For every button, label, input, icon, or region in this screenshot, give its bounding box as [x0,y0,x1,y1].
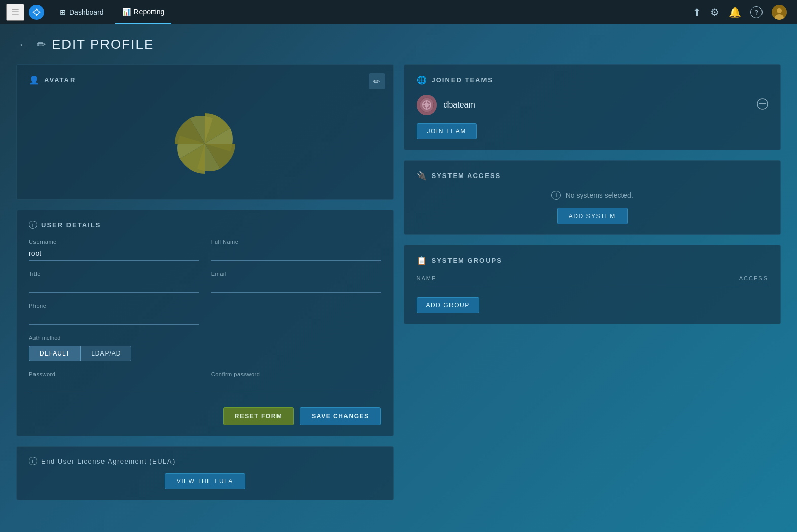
joined-teams-icon: 🌐 [417,75,428,85]
auth-ldap-button[interactable]: LDAP/AD [81,346,131,361]
main-grid: 👤 AVATAR ✏ [16,64,781,500]
password-label: Password [29,371,199,377]
groups-name-header: NAME [417,275,437,281]
title-input[interactable] [29,279,199,293]
user-avatar[interactable] [772,5,787,20]
left-column: 👤 AVATAR ✏ [16,64,394,500]
username-label: Username [29,239,199,245]
no-systems-text: No systems selected. [566,191,633,199]
system-access-icon: 🔌 [417,171,428,181]
joined-teams-label: JOINED TEAMS [432,76,494,84]
eula-section-label: End User License Agreement (EULA) [41,457,176,465]
nav-dashboard[interactable]: ⊞ Dashboard [53,0,111,24]
email-input[interactable] [211,279,381,293]
user-details-card: i USER DETAILS Username Full Name [16,210,394,436]
groups-table-header: NAME ACCESS [417,275,769,285]
svg-point-2 [777,8,782,13]
password-field: Password [29,371,199,393]
groups-access-header: ACCESS [739,275,768,281]
avatar-section-label: AVATAR [44,76,76,84]
system-access-label: SYSTEM ACCESS [432,172,501,180]
save-changes-button[interactable]: SAVE CHANGES [300,407,380,425]
joined-teams-card: 🌐 JOINED TEAMS [404,64,781,150]
auth-method-label: Auth method [29,335,381,341]
email-field: Email [211,271,381,293]
username-input[interactable] [29,247,199,261]
team-item: dbateam [417,95,769,115]
view-eula-button[interactable]: VIEW THE EULA [165,473,245,489]
user-details-label: USER DETAILS [41,221,101,229]
page-header: ← ✏ EDIT PROFILE [16,37,781,52]
add-group-button[interactable]: ADD GROUP [417,297,479,313]
avatar-image-area [29,93,381,189]
system-groups-card: 📋 SYSTEM GROUPS NAME ACCESS ADD GROUP [404,245,781,324]
email-label: Email [211,271,381,277]
page-content: ← ✏ EDIT PROFILE 👤 AVATAR ✏ [0,24,797,512]
eula-info-icon: i [29,457,37,465]
phone-input[interactable] [29,311,199,325]
reset-form-button[interactable]: RESET FORM [223,407,294,425]
password-form: Password Confirm password [29,371,381,403]
team-avatar [417,95,437,115]
auth-method-section: Auth method DEFAULT LDAP/AD [29,335,381,361]
add-system-button[interactable]: ADD SYSTEM [557,208,628,224]
auth-buttons-group: DEFAULT LDAP/AD [29,346,381,361]
join-team-button[interactable]: JOIN TEAM [417,123,477,139]
help-icon[interactable]: ? [750,6,763,18]
back-button[interactable]: ← [16,37,30,52]
title-label: Title [29,271,199,277]
avatar-edit-button[interactable]: ✏ [369,73,385,89]
system-groups-icon: 📋 [417,256,428,265]
team-remove-button[interactable] [757,98,768,112]
page-title: EDIT PROFILE [52,37,154,52]
app-logo[interactable] [28,4,45,20]
avatar-section-icon: 👤 [29,75,40,85]
right-column: 🌐 JOINED TEAMS [404,64,781,324]
no-systems-message: i No systems selected. [417,191,769,200]
auth-default-button[interactable]: DEFAULT [29,346,81,361]
confirm-password-field: Confirm password [211,371,381,393]
eula-card: i End User License Agreement (EULA) VIEW… [16,446,394,500]
system-access-card: 🔌 SYSTEM ACCESS i No systems selected. A… [404,160,781,235]
upload-icon[interactable]: ⬆ [692,6,701,18]
no-systems-icon: i [551,191,561,200]
topnav-icons: ⬆ ⚙ 🔔 ? [692,5,791,20]
phone-label: Phone [29,303,199,309]
username-field: Username [29,239,199,261]
confirm-password-label: Confirm password [211,371,381,377]
fullname-field: Full Name [211,239,381,261]
avatar-pinwheel [164,103,246,184]
svg-point-0 [29,5,44,20]
user-details-form: Username Full Name Title E [29,239,381,335]
edit-page-icon: ✏ [37,38,46,51]
hamburger-menu[interactable]: ☰ [6,4,24,21]
top-navigation: ☰ ⊞ Dashboard 📊 Reporting ⬆ ⚙ 🔔 ? [0,0,797,24]
fullname-input[interactable] [211,247,381,261]
form-actions: RESET FORM SAVE CHANGES [29,407,381,425]
password-input[interactable] [29,379,199,393]
user-details-icon: i [29,221,37,229]
reporting-icon: 📊 [122,8,131,16]
team-name: dbateam [444,100,750,110]
notifications-icon[interactable]: 🔔 [729,6,741,18]
phone-field: Phone [29,303,199,325]
fullname-label: Full Name [211,239,381,245]
svg-point-7 [425,103,429,107]
settings-icon[interactable]: ⚙ [710,6,719,18]
confirm-password-input[interactable] [211,379,381,393]
avatar-card: 👤 AVATAR ✏ [16,64,394,200]
dashboard-icon: ⊞ [60,8,66,16]
nav-reporting[interactable]: 📊 Reporting [115,0,172,24]
title-field: Title [29,271,199,293]
system-groups-label: SYSTEM GROUPS [432,257,502,264]
